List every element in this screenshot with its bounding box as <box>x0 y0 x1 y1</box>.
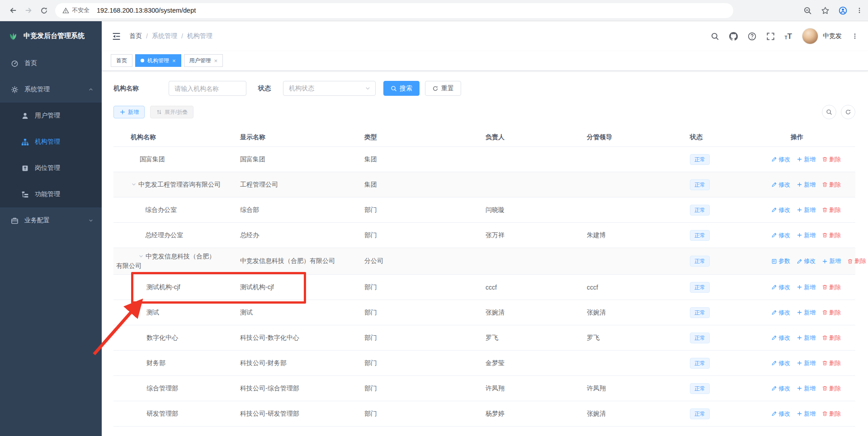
breadcrumb-dept[interactable]: 机构管理 <box>187 32 212 40</box>
add-action-link[interactable]: 新增 <box>797 334 816 342</box>
refresh-table-button[interactable] <box>841 105 855 119</box>
edit-action-link[interactable]: 修改 <box>771 283 790 291</box>
table-row[interactable]: 总经理办公室 总经办 部门 张万祥 朱建博 正常 修改新增删除 <box>113 223 855 248</box>
sidebar-item-dept[interactable]: 机构管理 <box>0 129 102 155</box>
tab-dept[interactable]: 机构管理 × <box>135 54 181 67</box>
sidebar-item-users[interactable]: 用户管理 <box>0 103 102 129</box>
edit-action-link[interactable]: 修改 <box>771 181 790 189</box>
status-badge: 正常 <box>690 333 710 343</box>
delete-action-link[interactable]: 删除 <box>822 309 841 317</box>
add-action-link[interactable]: 新增 <box>797 155 816 164</box>
browser-profile-icon[interactable] <box>839 6 847 15</box>
edit-action-link[interactable]: 修改 <box>771 410 790 418</box>
add-action-link[interactable]: 新增 <box>797 181 816 189</box>
avatar[interactable] <box>802 28 818 44</box>
sidebar-item-function[interactable]: 功能管理 <box>0 181 102 207</box>
cell-type: 部门 <box>364 206 486 214</box>
delete-action-link[interactable]: 删除 <box>822 181 841 189</box>
browser-reload-button[interactable] <box>36 3 52 18</box>
sidebar-group-business[interactable]: 业务配置 <box>0 207 102 234</box>
toggle-search-button[interactable] <box>822 105 836 119</box>
table-row[interactable]: 财务部 科技公司-财务部 部门 金梦莹 正常 修改新增删除 <box>113 351 855 376</box>
breadcrumb-home[interactable]: 首页 <box>129 32 142 40</box>
table-row[interactable]: 测试 测试 部门 张婉清 张婉清 正常 修改新增删除 <box>113 300 855 325</box>
add-action-link[interactable]: 新增 <box>797 309 816 317</box>
edit-action-link[interactable]: 修改 <box>771 231 790 239</box>
help-icon[interactable] <box>748 32 756 41</box>
table-row[interactable]: 中竞发信息科技（合肥）有限公司 中竞发信息科技（合肥）有限公司 分公司 正常 参… <box>113 248 855 275</box>
reset-button[interactable]: 重置 <box>425 81 461 96</box>
sidebar-item-home[interactable]: 首页 <box>0 50 102 76</box>
tab-home[interactable]: 首页 <box>111 54 132 67</box>
add-action-link[interactable]: 新增 <box>797 410 816 418</box>
org-name-input[interactable] <box>169 81 246 96</box>
table-row[interactable]: 国富集团 国富集团 集团 正常 修改新增删除 <box>113 147 855 172</box>
edit-action-link[interactable]: 修改 <box>771 384 790 393</box>
font-size-icon[interactable]: TT <box>785 33 793 40</box>
user-menu-dots-icon[interactable] <box>852 33 858 40</box>
add-action-link[interactable]: 新增 <box>822 257 841 265</box>
browser-back-button[interactable] <box>5 3 21 18</box>
active-dot <box>141 59 144 62</box>
delete-action-link[interactable]: 删除 <box>822 283 841 291</box>
edit-action-link[interactable]: 修改 <box>771 155 790 164</box>
search-icon[interactable] <box>711 32 719 41</box>
edit-action-link[interactable]: 修改 <box>771 334 790 342</box>
add-button[interactable]: 新增 <box>113 106 145 118</box>
breadcrumb-system[interactable]: 系统管理 <box>152 32 177 40</box>
expand-caret-icon[interactable] <box>138 253 144 259</box>
edit-icon <box>771 156 777 162</box>
status-badge: 正常 <box>690 383 710 394</box>
browser-menu-icon[interactable] <box>856 7 863 14</box>
table-row[interactable]: 研发管理部 科技公司-研发管理部 部门 杨梦婷 张婉清 正常 修改新增删除 <box>113 401 855 427</box>
close-icon[interactable]: × <box>172 58 176 64</box>
delete-action-link[interactable]: 删除 <box>847 257 866 265</box>
sidebar-group-system[interactable]: 系统管理 <box>0 76 102 103</box>
site-security-chip[interactable]: 不安全 <box>62 6 90 14</box>
add-action-link[interactable]: 新增 <box>797 359 816 367</box>
expand-caret-icon[interactable] <box>131 182 137 187</box>
delete-action-link[interactable]: 删除 <box>822 359 841 367</box>
search-button[interactable]: 搜索 <box>383 81 420 96</box>
cell-actions: 修改新增删除 <box>771 359 859 367</box>
table-row[interactable]: 综合管理部 科技公司-综合管理部 部门 许凤翔 许凤翔 正常 修改新增删除 <box>113 376 855 401</box>
close-icon[interactable]: × <box>214 58 218 64</box>
table-row[interactable]: 测试机构-cjf 测试机构-cjf 部门 cccf cccf 正常 修改新增删除 <box>113 275 855 300</box>
username[interactable]: 中竞发 <box>823 32 842 40</box>
edit-action-link[interactable]: 修改 <box>797 257 816 265</box>
table-row[interactable]: 数字化中心 科技公司-数字化中心 部门 罗飞 罗飞 正常 修改新增删除 <box>113 325 855 351</box>
edit-action-link[interactable]: 修改 <box>771 359 790 367</box>
github-icon[interactable] <box>729 32 738 41</box>
status-select[interactable]: 机构状态 <box>283 81 376 96</box>
status-badge: 正常 <box>690 307 710 318</box>
status-badge: 正常 <box>690 179 710 190</box>
cell-display-name: 测试 <box>240 309 364 317</box>
param-action-link[interactable]: 参数 <box>771 257 790 265</box>
table-row[interactable]: 中竞发工程管理咨询有限公司 工程管理公司 集团 正常 修改新增删除 <box>113 172 855 197</box>
delete-action-link[interactable]: 删除 <box>822 231 841 239</box>
delete-action-link[interactable]: 删除 <box>822 155 841 164</box>
address-bar[interactable]: 不安全 192.168.200.13:8300/system/dept <box>55 3 733 18</box>
delete-action-link[interactable]: 删除 <box>822 206 841 214</box>
top-navbar: 首页 / 系统管理 / 机构管理 TT 中竞发 <box>102 21 868 51</box>
bookmark-star-icon[interactable] <box>821 6 830 15</box>
fullscreen-icon[interactable] <box>766 32 775 41</box>
refresh-icon <box>432 85 439 92</box>
add-action-link[interactable]: 新增 <box>797 283 816 291</box>
sidebar-item-post[interactable]: 岗位管理 <box>0 155 102 181</box>
tab-users[interactable]: 用户管理 × <box>184 54 223 67</box>
zoom-out-icon[interactable] <box>803 6 812 15</box>
expand-collapse-button[interactable]: 展开/折叠 <box>150 106 193 118</box>
org-name-text: 国富集团 <box>140 155 165 163</box>
add-action-link[interactable]: 新增 <box>797 206 816 214</box>
browser-forward-button[interactable] <box>21 3 36 18</box>
collapse-sidebar-icon[interactable] <box>112 32 121 41</box>
edit-action-link[interactable]: 修改 <box>771 309 790 317</box>
delete-action-link[interactable]: 删除 <box>822 410 841 418</box>
add-action-link[interactable]: 新增 <box>797 231 816 239</box>
edit-action-link[interactable]: 修改 <box>771 206 790 214</box>
delete-action-link[interactable]: 删除 <box>822 384 841 393</box>
delete-action-link[interactable]: 删除 <box>822 334 841 342</box>
table-row[interactable]: 综合办公室 综合部 部门 闫晓璇 正常 修改新增删除 <box>113 197 855 223</box>
add-action-link[interactable]: 新增 <box>797 384 816 393</box>
